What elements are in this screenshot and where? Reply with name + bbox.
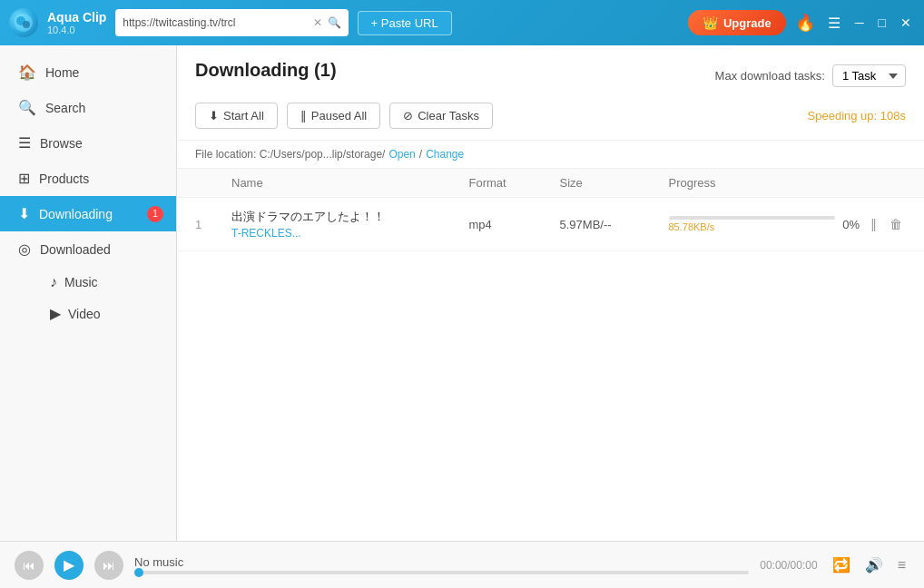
sidebar-item-downloaded[interactable]: ◎ Downloaded <box>0 231 176 267</box>
products-icon: ⊞ <box>18 170 30 187</box>
table-row: 1 出演ドラマのエアしたよ！！ T-RECKLES... mp4 5.97MB/… <box>177 198 924 251</box>
max-tasks-row: Max download tasks: 1 Task 2 Tasks 3 Tas… <box>715 64 906 87</box>
progress-speed: 85.78KB/s <box>669 221 836 232</box>
downloading-badge: 1 <box>147 206 163 222</box>
main-layout: 🏠 Home 🔍 Search ☰ Browse ⊞ Products ⬇ Do… <box>0 45 924 541</box>
sidebar-item-video[interactable]: ▶ Video <box>41 298 176 329</box>
browse-icon: ☰ <box>18 134 31 152</box>
app-logo <box>9 8 38 37</box>
start-icon: ⬇ <box>209 109 219 122</box>
col-name: Name <box>231 176 469 190</box>
window-controls: ☰ ─ □ ✕ <box>824 11 915 35</box>
downloaded-icon: ◎ <box>18 240 31 258</box>
sidebar-item-home[interactable]: 🏠 Home <box>0 54 176 90</box>
player-repeat-button[interactable]: 🔁 <box>829 553 854 577</box>
music-icon: ♪ <box>50 274 57 290</box>
player-next-button[interactable]: ⏭ <box>94 551 123 580</box>
player-prev-button[interactable]: ⏮ <box>15 551 44 580</box>
upgrade-button[interactable]: 👑 Upgrade <box>688 10 786 35</box>
row-name-cell: 出演ドラマのエアしたよ！！ T-RECKLES... <box>231 209 469 240</box>
app-info: Aqua Clip 10.4.0 <box>47 10 106 35</box>
header-top: Downloading (1) Max download tasks: 1 Ta… <box>195 60 906 92</box>
url-search-icon[interactable]: 🔍 <box>328 16 341 29</box>
col-num <box>195 176 231 190</box>
maximize-button[interactable]: □ <box>875 12 890 34</box>
player-time: 00:00/00:00 <box>760 559 817 572</box>
file-location: File location: C:/Users/pop...lip/storag… <box>177 141 924 169</box>
delete-action-button[interactable]: 🗑 <box>886 215 906 233</box>
start-all-button[interactable]: ⬇ Start All <box>195 103 278 129</box>
sidebar: 🏠 Home 🔍 Search ☰ Browse ⊞ Products ⬇ Do… <box>0 45 177 541</box>
file-open-link[interactable]: Open <box>388 148 415 161</box>
page-title: Downloading (1) <box>195 60 337 81</box>
titlebar: Aqua Clip 10.4.0 https://twitcasting.tv/… <box>0 0 924 45</box>
url-close-icon[interactable]: ✕ <box>313 16 322 29</box>
pause-icon: ‖ <box>300 109 307 122</box>
svg-point-2 <box>23 21 30 28</box>
player-info: No music <box>134 555 749 574</box>
sidebar-item-products[interactable]: ⊞ Products <box>0 161 176 196</box>
row-size: 5.97MB/-- <box>560 218 669 231</box>
progress-actions: ‖ 🗑 <box>867 215 906 233</box>
speeding-up-label: Speeding up: 108s <box>808 109 906 122</box>
paste-url-button[interactable]: + Paste URL <box>358 11 452 35</box>
sidebar-sub-items: ♪ Music ▶ Video <box>0 267 176 329</box>
row-name-subtitle: T-RECKLES... <box>231 227 469 240</box>
max-tasks-label: Max download tasks: <box>715 69 825 83</box>
player-controls-right: 🔁 🔊 ≡ <box>829 553 909 577</box>
row-name-main: 出演ドラマのエアしたよ！！ <box>231 209 469 225</box>
col-format: Format <box>469 176 560 190</box>
content-header: Downloading (1) Max download tasks: 1 Ta… <box>177 45 924 141</box>
player-volume-button[interactable]: 🔊 <box>861 553 887 577</box>
search-icon: 🔍 <box>18 99 36 116</box>
toolbar: ⬇ Start All ‖ Paused All ⊘ Clear Tasks S… <box>195 103 906 129</box>
table-header: Name Format Size Progress <box>177 169 924 198</box>
progress-bar-container: 85.78KB/s <box>669 216 836 232</box>
minimize-button[interactable]: ─ <box>851 12 868 34</box>
download-table: Name Format Size Progress 1 出演ドラマのエアしたよ！… <box>177 169 924 541</box>
url-text: https://twitcasting.tv/trcl <box>123 16 307 29</box>
file-path-label: File location: C:/Users/pop...lip/storag… <box>195 148 385 161</box>
progress-bar-track <box>669 216 836 220</box>
col-progress: Progress <box>669 176 907 190</box>
crown-icon: 👑 <box>703 15 718 30</box>
row-format: mp4 <box>469 218 560 231</box>
downloading-icon: ⬇ <box>18 205 30 222</box>
app-name: Aqua Clip <box>47 10 106 24</box>
row-progress-cell: 85.78KB/s 0% ‖ 🗑 <box>669 215 907 233</box>
player-bar: ⏮ ▶ ⏭ No music 00:00/00:00 🔁 🔊 ≡ <box>0 541 924 588</box>
menu-icon[interactable]: ☰ <box>824 11 844 35</box>
close-button[interactable]: ✕ <box>897 12 915 34</box>
sidebar-item-downloading[interactable]: ⬇ Downloading 1 <box>0 196 176 231</box>
flame-icon: 🔥 <box>795 13 815 33</box>
col-size: Size <box>560 176 669 190</box>
app-version: 10.4.0 <box>47 24 106 35</box>
url-bar[interactable]: https://twitcasting.tv/trcl ✕ 🔍 <box>115 9 348 36</box>
home-icon: 🏠 <box>18 64 36 81</box>
clear-icon: ⊘ <box>403 109 413 122</box>
row-number: 1 <box>195 218 231 231</box>
progress-pct: 0% <box>842 218 860 231</box>
player-play-button[interactable]: ▶ <box>54 551 84 580</box>
pause-action-button[interactable]: ‖ <box>867 215 880 233</box>
paused-all-button[interactable]: ‖ Paused All <box>287 103 380 129</box>
sidebar-item-browse[interactable]: ☰ Browse <box>0 125 176 161</box>
max-tasks-select[interactable]: 1 Task 2 Tasks 3 Tasks <box>832 64 906 87</box>
video-icon: ▶ <box>50 305 61 322</box>
player-playlist-button[interactable]: ≡ <box>894 554 909 577</box>
player-progress-dot <box>134 568 143 577</box>
sidebar-item-search[interactable]: 🔍 Search <box>0 90 176 125</box>
file-change-link[interactable]: Change <box>426 148 464 161</box>
player-title: No music <box>134 555 749 569</box>
content-area: Downloading (1) Max download tasks: 1 Ta… <box>177 45 924 541</box>
clear-tasks-button[interactable]: ⊘ Clear Tasks <box>389 103 493 129</box>
sidebar-item-music[interactable]: ♪ Music <box>41 267 176 298</box>
player-progress-bar[interactable] <box>134 571 749 574</box>
